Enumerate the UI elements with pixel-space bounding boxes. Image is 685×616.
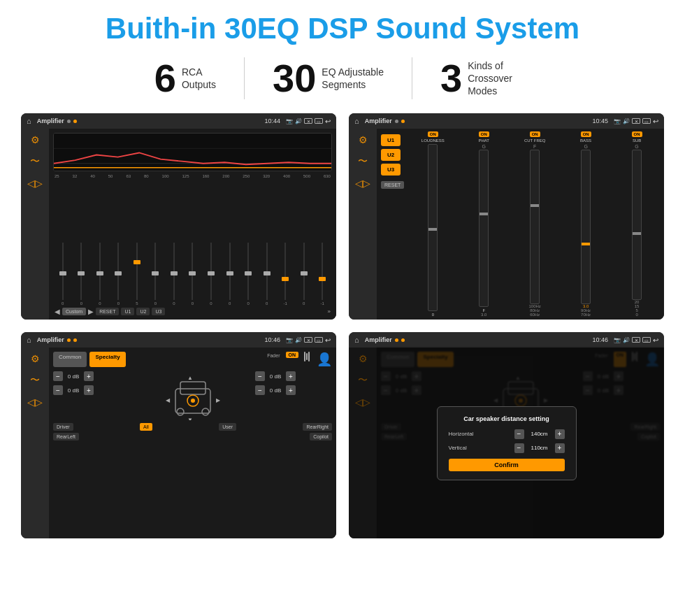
u-buttons: U1 U2 U3 RESET [380,131,405,317]
eq-icon[interactable]: ⚙ [31,134,40,145]
wave-icon[interactable]: 〜 [30,155,40,168]
u2-button[interactable]: U2 [381,149,401,161]
db-minus-rl[interactable]: − [53,385,63,395]
db-minus-fr[interactable]: − [255,371,265,381]
close-icon: ✕ [304,118,312,124]
horizontal-plus[interactable]: + [555,429,565,439]
fader-tab-common[interactable]: Common [53,352,87,367]
eq-slider-14[interactable]: -1 [314,243,331,306]
eq-slider-9[interactable]: 0 [222,243,238,306]
all-btn[interactable]: All [140,423,152,431]
next-arrow[interactable]: ▶ [88,308,94,315]
fader-tab-specialty[interactable]: Specialty [89,352,125,367]
confirm-button[interactable]: Confirm [449,459,565,471]
window-icon-3: ▭ [315,337,323,343]
eq-u1-btn[interactable]: U1 [121,308,134,315]
eq-slider-0[interactable]: 0 [55,243,71,306]
eq-custom-btn[interactable]: Custom [62,308,86,315]
eq-slider-6[interactable]: 0 [166,243,182,306]
rearleft-btn[interactable]: RearLeft [53,433,79,440]
speaker-icon-3[interactable]: ◁▷ [27,396,43,408]
back-icon-2: ↩ [653,117,658,125]
eq-slider-11[interactable]: 0 [259,243,275,306]
copilot-btn[interactable]: Copilot [310,433,332,440]
eq-slider-8[interactable]: 0 [203,243,219,306]
eq-slider-7[interactable]: 0 [185,243,201,306]
loudness-value: 0 [432,313,434,317]
crossover-reset-btn[interactable]: RESET [381,181,404,189]
cutfreq-slider[interactable] [530,150,540,304]
db-plus-rl[interactable]: + [84,385,94,395]
eq-icon-2[interactable]: ⚙ [359,134,368,145]
volume-icon-2: 🔊 [623,118,630,124]
eq-reset-btn[interactable]: RESET [96,308,119,315]
db-minus-rr[interactable]: − [255,385,265,395]
speaker-icon[interactable]: ◁▷ [27,178,43,189]
channel-sub: ON SUB G 20 15 5 0 [612,131,661,317]
rearight-btn[interactable]: RearRight [303,423,332,431]
eq-slider-4[interactable]: 5 [129,243,145,306]
eq-slider-5[interactable]: 0 [147,243,164,306]
wave-icon-3[interactable]: 〜 [30,374,40,387]
horizontal-label: Horizontal [449,431,474,437]
loudness-slider[interactable] [428,144,438,311]
vertical-minus[interactable]: − [514,443,524,453]
eq-slider-2[interactable]: 0 [92,243,108,306]
eq-slider-13[interactable]: 0 [296,243,312,306]
speaker-icon-2[interactable]: ◁▷ [355,178,370,189]
camera-icon-2: 📷 [614,118,621,124]
page-title: Buith-in 30EQ DSP Sound System [21,13,664,45]
status-dot-2a [395,120,398,123]
driver-btn[interactable]: Driver [53,423,73,431]
status-time-1: 10:44 [264,117,280,124]
vertical-plus[interactable]: + [555,443,565,453]
u1-button[interactable]: U1 [381,134,401,146]
wave-icon-2[interactable]: 〜 [358,155,368,168]
cutfreq-on[interactable]: ON [530,131,540,137]
eq-slider-10[interactable]: 0 [240,243,257,306]
db-plus-fl[interactable]: + [84,371,94,381]
home-icon[interactable]: ⌂ [27,117,31,125]
sub-on[interactable]: ON [632,131,642,137]
home-icon-2[interactable]: ⌂ [354,117,359,125]
db-plus-rr[interactable]: + [286,385,296,395]
amplifier-title-3: Amplifier [37,336,64,343]
channel-loudness: ON LOUDNESS 0 [408,131,457,317]
db-minus-fl[interactable]: − [53,371,63,381]
bass-on[interactable]: ON [581,131,591,137]
sidebar-3: ⚙ 〜 ◁▷ [21,348,49,538]
vertical-label: Vertical [449,445,467,451]
phat-label: PHAT [478,138,489,143]
expand-icon[interactable]: » [328,308,331,315]
db-plus-fr[interactable]: + [286,371,296,381]
speaker-distance-dialog: Car speaker distance setting Horizontal … [437,406,577,480]
crossover-channels: ON LOUDNESS 0 ON PHAT G [408,131,661,317]
horizontal-minus[interactable]: − [514,429,524,439]
eq-slider-1[interactable]: 0 [73,243,90,306]
user-btn[interactable]: User [219,423,236,431]
sub-slider[interactable] [632,150,642,300]
eq-slider-12[interactable]: -1 [277,243,294,306]
fader-on-btn[interactable]: ON [286,352,299,358]
right-db-controls: − 0 dB + − 0 dB + [255,371,332,420]
screen2-body: ⚙ 〜 ◁▷ U1 U2 U3 RESET ON LO [349,129,664,320]
bass-slider[interactable] [581,150,591,304]
eq-u3-btn[interactable]: U3 [152,308,165,315]
db-value-fr: 0 dB [267,373,284,380]
home-icon-3[interactable]: ⌂ [27,336,31,344]
eq-icon-3[interactable]: ⚙ [31,353,40,364]
vertical-value: 110cm [527,445,552,451]
home-icon-4[interactable]: ⌂ [354,336,359,344]
prev-arrow[interactable]: ◀ [55,308,60,315]
loudness-on[interactable]: ON [428,131,438,137]
status-time-4: 10:46 [592,336,608,343]
screen3-body: ⚙ 〜 ◁▷ Common Specialty Fader ON [21,348,336,538]
phat-slider[interactable] [479,150,489,307]
status-icons-3: 📷 🔊 ✕ ▭ ↩ [286,336,331,344]
u3-button[interactable]: U3 [381,164,401,176]
eq-u2-btn[interactable]: U2 [136,308,150,315]
status-time-3: 10:46 [264,336,280,343]
phat-on[interactable]: ON [479,131,489,137]
stat-number-crossover: 3 [440,59,462,98]
eq-slider-3[interactable]: 0 [110,243,127,306]
